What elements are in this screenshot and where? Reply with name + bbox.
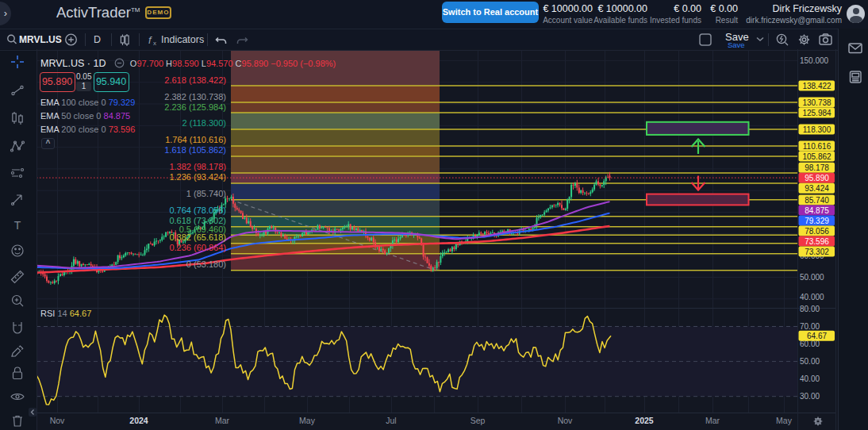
svg-text:Mar: Mar: [215, 416, 230, 425]
svg-text:79.329: 79.329: [805, 217, 829, 225]
svg-text:2.236 (125.984): 2.236 (125.984): [164, 102, 226, 112]
svg-text:Nov: Nov: [558, 416, 573, 425]
svg-text:May: May: [299, 416, 316, 425]
svg-text:0.764 (78.056): 0.764 (78.056): [169, 205, 226, 215]
svg-text:70.00: 70.00: [800, 322, 820, 331]
svg-text:1 (85.740): 1 (85.740): [186, 189, 226, 198]
svg-text:Mar: Mar: [705, 416, 720, 425]
svg-text:T: T: [14, 219, 21, 232]
svg-text:50.000: 50.000: [800, 273, 824, 282]
svg-text:138.422: 138.422: [802, 82, 832, 90]
svg-text:118.300: 118.300: [803, 125, 832, 134]
svg-text:1.764 (110.616): 1.764 (110.616): [165, 135, 226, 144]
svg-text:1.236 (93.424): 1.236 (93.424): [169, 172, 226, 182]
svg-text:84.875: 84.875: [805, 206, 829, 215]
svg-text:150.000: 150.000: [800, 56, 829, 65]
svg-text:40.000: 40.000: [800, 293, 824, 301]
svg-text:x: x: [153, 40, 156, 47]
svg-text:73.302: 73.302: [805, 248, 829, 256]
svg-text:85.740: 85.740: [805, 196, 829, 205]
svg-text:110.616: 110.616: [803, 142, 832, 151]
svg-text:30.00: 30.00: [800, 392, 820, 401]
svg-text:Sep: Sep: [470, 416, 486, 425]
svg-text:f: f: [148, 34, 152, 46]
svg-text:95.890: 95.890: [805, 174, 829, 182]
svg-text:0 (53.180): 0 (53.180): [186, 259, 226, 269]
svg-text:80.00: 80.00: [800, 305, 820, 313]
svg-text:64.67: 64.67: [807, 332, 827, 340]
svg-text:0.382 (65.618): 0.382 (65.618): [169, 232, 226, 242]
svg-text:2.382 (130.738): 2.382 (130.738): [164, 92, 226, 102]
svg-text:0.236 (60.864): 0.236 (60.864): [169, 243, 226, 252]
svg-text:May: May: [776, 416, 793, 425]
svg-text:2 (118.300): 2 (118.300): [182, 118, 226, 128]
svg-text:105.862: 105.862: [802, 152, 832, 161]
svg-text:2025: 2025: [635, 416, 654, 425]
svg-text:Jul: Jul: [386, 416, 396, 425]
svg-text:93.424: 93.424: [805, 184, 829, 193]
svg-text:2.618 (138.422): 2.618 (138.422): [164, 75, 226, 85]
svg-text:1.382 (98.178): 1.382 (98.178): [169, 162, 226, 171]
svg-text:40.00: 40.00: [800, 374, 820, 383]
svg-text:50.00: 50.00: [800, 357, 820, 366]
svg-text:98.178: 98.178: [805, 163, 829, 172]
svg-text:130.738: 130.738: [802, 98, 832, 107]
svg-text:1.618 (105.862): 1.618 (105.862): [164, 145, 226, 155]
svg-text:Nov: Nov: [50, 416, 65, 425]
svg-text:125.984: 125.984: [802, 109, 832, 117]
svg-text:78.056: 78.056: [805, 227, 829, 236]
svg-text:73.596: 73.596: [805, 237, 829, 246]
svg-text:2024: 2024: [129, 416, 148, 425]
